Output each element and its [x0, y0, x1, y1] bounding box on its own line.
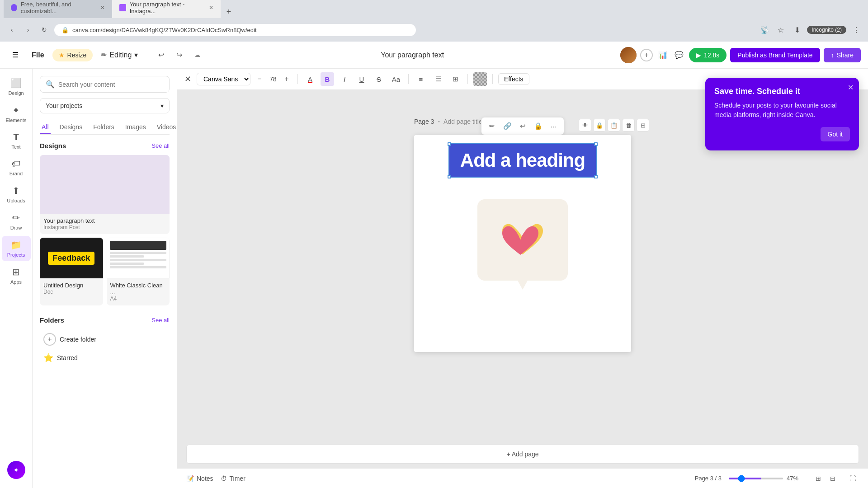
heart-container[interactable]: [473, 190, 572, 290]
address-bar[interactable]: 🔒 canva.com/design/DAGVwk84gKQ/2TWv0K2Dr…: [54, 24, 416, 36]
search-box[interactable]: 🔍: [40, 76, 170, 93]
decrease-font-button[interactable]: −: [254, 74, 265, 84]
sidebar-item-text[interactable]: T Text: [2, 128, 31, 153]
align-button[interactable]: ≡: [414, 72, 428, 86]
tab-active[interactable]: Your paragraph text - Instagra... ✕: [112, 0, 221, 18]
add-collaborator-button[interactable]: +: [640, 49, 653, 61]
tab-all[interactable]: All: [40, 121, 51, 134]
share-button[interactable]: ↑ Share: [824, 48, 861, 62]
editing-button[interactable]: ✏ Editing ▾: [96, 48, 142, 62]
project-selector[interactable]: Your projects ▾: [40, 98, 170, 113]
pencil-icon: ✏: [101, 51, 107, 59]
tab-folders[interactable]: Folders: [91, 121, 116, 134]
fullscreen-button[interactable]: ⛶: [846, 472, 859, 485]
starred-item[interactable]: ⭐ Starred: [40, 349, 170, 366]
refresh-button[interactable]: ↻: [38, 23, 51, 36]
resize-handle-bl[interactable]: [448, 175, 451, 178]
eye-button[interactable]: 👁: [579, 119, 591, 131]
increase-font-button[interactable]: +: [281, 74, 292, 84]
resize-handle-tr[interactable]: [594, 142, 598, 146]
sidebar-item-projects[interactable]: 📁 Projects: [2, 236, 31, 261]
sidebar-item-brand[interactable]: 🏷 Brand: [2, 155, 31, 180]
format-separator-2: [408, 74, 409, 84]
create-folder-item[interactable]: + Create folder: [40, 329, 170, 349]
design-card-main[interactable]: Your paragraph text Instagram Post: [40, 155, 170, 234]
toolbar-left: ☰ File ★ Resize ✏ Editing ▾ ↩ ↪ ☁: [7, 47, 204, 63]
magic-button[interactable]: ✦: [7, 461, 25, 479]
italic-button[interactable]: I: [338, 72, 351, 86]
notif-close-button[interactable]: ✕: [848, 83, 854, 92]
close-format-button[interactable]: ✕: [184, 74, 191, 84]
present-button[interactable]: ▶ 12.8s: [689, 48, 726, 62]
chrome-menu-icon[interactable]: ⋮: [850, 23, 863, 36]
chart-icon[interactable]: 📊: [656, 49, 669, 61]
strikethrough-button[interactable]: S: [372, 72, 386, 86]
font-selector[interactable]: Canva Sans: [197, 73, 250, 85]
list-button[interactable]: ☰: [431, 72, 445, 86]
design-card-untitled[interactable]: Feedback Untitled Design Doc: [40, 238, 103, 305]
sidebar-item-design[interactable]: ⬜ Design: [2, 74, 31, 99]
cast-icon[interactable]: 📡: [758, 23, 771, 36]
back-button[interactable]: ‹: [5, 23, 18, 36]
add-title-link[interactable]: Add page title: [443, 118, 482, 125]
tab-images[interactable]: Images: [123, 121, 148, 134]
undo-button[interactable]: ↩: [154, 48, 168, 62]
download-icon[interactable]: ⬇: [791, 23, 803, 36]
add-page-bar[interactable]: + Add page: [186, 445, 859, 464]
add-page-label: + Add page: [506, 450, 538, 458]
grid-view-button[interactable]: ⊞: [812, 472, 825, 485]
sidebar-item-elements[interactable]: ✦ Elements: [2, 101, 31, 127]
new-tab-button[interactable]: +: [222, 5, 235, 18]
resize-button[interactable]: ★ Resize: [52, 49, 93, 61]
redo-button[interactable]: ↪: [172, 48, 186, 62]
publish-button[interactable]: Publish as Brand Template: [730, 48, 820, 62]
sidebar-item-uploads[interactable]: ⬆ Uploads: [2, 182, 31, 207]
sidebar-item-apps[interactable]: ⊞ Apps: [2, 263, 31, 288]
search-input[interactable]: [58, 81, 164, 88]
resize-handle-br[interactable]: [594, 175, 598, 178]
notes-button[interactable]: 📝 Notes: [186, 475, 213, 482]
designs-see-all[interactable]: See all: [151, 142, 170, 149]
list-settings-button[interactable]: ⊞: [448, 72, 462, 86]
chevron-down-icon: ▾: [160, 102, 164, 109]
zoom-slider[interactable]: [729, 478, 783, 479]
got-it-button[interactable]: Got it: [821, 127, 850, 141]
lock-button[interactable]: 🔒: [593, 119, 606, 131]
tab-close[interactable]: ✕: [100, 5, 105, 11]
file-button[interactable]: File: [27, 48, 49, 62]
pencil-sel-button[interactable]: ✏: [485, 119, 499, 133]
case-button[interactable]: Aa: [389, 72, 403, 86]
folders-see-all[interactable]: See all: [151, 317, 170, 324]
timer-button[interactable]: ⏱ Timer: [221, 475, 245, 482]
text-icon: T: [13, 132, 19, 142]
apps-label: Apps: [10, 279, 22, 285]
bold-button[interactable]: B: [321, 72, 334, 86]
grid-button[interactable]: ⊞: [637, 119, 649, 131]
menu-button[interactable]: ☰: [7, 47, 24, 63]
more-sel-button[interactable]: ···: [547, 119, 560, 133]
sidebar-item-draw[interactable]: ✏ Draw: [2, 209, 31, 234]
rotate-sel-button[interactable]: ↩: [516, 119, 529, 133]
untitled-design-info: Untitled Design Doc: [40, 278, 103, 299]
format-separator-4: [492, 74, 493, 84]
copy-button[interactable]: 📋: [608, 119, 620, 131]
bookmark-icon[interactable]: ☆: [774, 23, 787, 36]
design-card-white-classic[interactable]: White Classic Clean ... A4: [107, 238, 170, 305]
text-color-button[interactable]: A: [303, 72, 317, 86]
link-sel-button[interactable]: 🔗: [500, 119, 514, 133]
save-indicator: ☁: [190, 48, 204, 62]
comment-icon[interactable]: 💬: [673, 49, 685, 61]
tab-designs[interactable]: Designs: [58, 121, 85, 134]
forward-button[interactable]: ›: [22, 23, 34, 36]
delete-button[interactable]: 🗑: [622, 119, 635, 131]
heading-block[interactable]: Add a heading: [449, 144, 596, 177]
tab-active-close[interactable]: ✕: [209, 5, 213, 11]
checker-button[interactable]: [473, 72, 487, 86]
resize-handle-tl[interactable]: [448, 142, 451, 146]
tab-videos[interactable]: Videos: [155, 121, 177, 134]
list-view-button[interactable]: ⊟: [826, 472, 839, 485]
lock-sel-button[interactable]: 🔒: [531, 119, 545, 133]
underline-button[interactable]: U: [355, 72, 368, 86]
effects-button[interactable]: Effects: [498, 73, 529, 85]
tab-inactive[interactable]: Free, beautiful, and customizabl... ✕: [4, 0, 112, 18]
